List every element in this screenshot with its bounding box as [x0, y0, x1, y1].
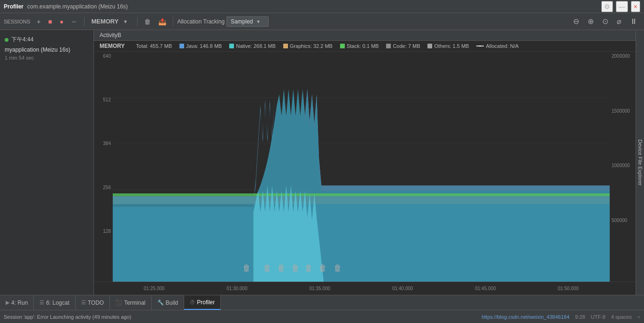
x-label-0: 01:25.000 [144, 286, 165, 291]
memory-dropdown[interactable]: ▾ [120, 17, 131, 26]
legend-code: Code: 7 MB [386, 43, 420, 49]
status-indent: 4 spaces [611, 314, 632, 320]
stop-button[interactable]: ■ [45, 17, 54, 26]
chart-container: 640 512 384 256 128 [94, 52, 636, 282]
y-label-256: 256 [96, 185, 111, 190]
tab-terminal[interactable]: ⬛ Terminal [110, 295, 151, 310]
java-color-dot [179, 44, 184, 48]
device-file-explorer-panel[interactable]: Device File Explorer [636, 30, 644, 295]
svg-text:🗑: 🗑 [305, 263, 312, 273]
separator [84, 17, 85, 26]
y-axis-left: 640 512 384 256 128 [94, 52, 113, 282]
legend-others: Others: 1.5 MB [427, 43, 469, 49]
profiler-title: Profiler [4, 3, 23, 10]
legend-allocated: Allocated: N/A [476, 43, 519, 49]
separator3 [173, 17, 173, 26]
toolbar-right-controls: ⊖ ⊕ ⊙ ⌀ ⏸ [570, 16, 640, 27]
status-bar: Session 'app': Error Launching activity … [0, 310, 644, 323]
chart-area: ActivityB MEMORY Total: 455.7 MB Java: 1… [94, 30, 636, 295]
y-right-label-1000000: 1000000 [612, 163, 634, 168]
tab-logcat-label: 6: Logcat [46, 300, 69, 306]
delete-button[interactable]: 🗑 [141, 17, 154, 26]
legend-total: Total: 455.7 MB [136, 43, 172, 49]
settings-button[interactable]: ⚙ [601, 1, 613, 12]
memory-label: MEMORY ▾ [88, 16, 133, 27]
y-right-label-2000000: 2000000 [612, 54, 634, 59]
todo-icon: ☰ [81, 300, 86, 306]
session-duration: 1 min 54 sec [0, 54, 93, 62]
x-label-3: 01:40.000 [392, 286, 413, 291]
allocated-dash [476, 46, 484, 46]
status-url: https://blog.csdn.net/weixin_43846184 [481, 314, 569, 320]
chart-title: MEMORY [100, 43, 125, 49]
tab-run-label: 4: Run [11, 300, 28, 306]
others-color-dot [427, 44, 432, 48]
y-label-512: 512 [96, 97, 111, 102]
chart-svg[interactable]: 🗑 🗑 🗑 🗑 🗑 🗑 🗑 [113, 52, 610, 282]
svg-text:🗑: 🗑 [278, 263, 285, 273]
allocation-tracking-label: Allocation Tracking [177, 18, 225, 25]
window-title: com.example.myapplication (Meizu 16s) [27, 3, 128, 10]
y-label-384: 384 [96, 141, 111, 146]
dropdown-arrow: ▾ [257, 18, 260, 25]
tab-profiler[interactable]: ⏱ Profiler [184, 295, 221, 310]
svg-rect-5 [113, 196, 610, 282]
activity-name: ActivityB [100, 32, 121, 38]
sidebar: 下午4:44 myapplication (Meizu 16s) 1 min 5… [0, 30, 94, 295]
record-button[interactable]: ● [57, 17, 66, 26]
zoom-fit-button[interactable]: ⊙ [599, 16, 611, 27]
zoom-in-button[interactable]: ⊕ [585, 16, 597, 27]
zoom-out-button[interactable]: ⊖ [570, 16, 582, 27]
stack-color-dot [340, 44, 345, 48]
x-label-1: 01:30.000 [226, 286, 248, 291]
title-bar-right: ⚙ — × [601, 1, 640, 12]
svg-text:🗑: 🗑 [319, 263, 326, 273]
status-separator: ÷ [637, 314, 640, 320]
minimize-button[interactable]: — [616, 1, 628, 12]
x-axis: 01:25.000 01:30.000 01:35.000 01:40.000 … [94, 282, 636, 295]
code-color-dot [386, 44, 391, 48]
status-bar-right: https://blog.csdn.net/weixin_43846184 9:… [481, 314, 640, 320]
svg-text:🗑: 🗑 [243, 263, 250, 273]
tab-build[interactable]: 🔧 Build [152, 295, 185, 310]
y-label-128: 128 [96, 229, 111, 234]
activity-bar: ActivityB [94, 30, 636, 41]
main-layout: 下午4:44 myapplication (Meizu 16s) 1 min 5… [0, 30, 644, 295]
svg-text:🗑: 🗑 [264, 263, 271, 273]
profiler-icon: ⏱ [190, 300, 195, 305]
legend-native: Native: 268.1 MB [229, 43, 275, 49]
y-label-640: 640 [96, 54, 111, 59]
y-right-label-1500000: 1500000 [612, 108, 634, 114]
tab-run[interactable]: ▶ 4: Run [0, 295, 34, 310]
reset-zoom-button[interactable]: ⌀ [614, 16, 624, 27]
tab-todo-label: TODO [88, 300, 104, 306]
session-name[interactable]: myapplication (Meizu 16s) [0, 46, 93, 54]
y-right-label-500000: 500000 [612, 218, 634, 223]
status-position: 9:28 [575, 314, 585, 320]
legend-stack: Stack: 0.1 MB [340, 43, 379, 49]
build-icon: 🔧 [157, 300, 164, 306]
graphics-color-dot [283, 44, 288, 48]
y-axis-right: 2000000 1500000 1000000 500000 [610, 52, 636, 282]
export-button[interactable]: 📤 [155, 17, 169, 26]
chart-header: MEMORY Total: 455.7 MB Java: 146.8 MB Na… [94, 41, 636, 52]
toolbar: SESSIONS + ■ ● ← MEMORY ▾ 🗑 📤 Allocation… [0, 13, 644, 30]
session-time: 下午4:44 [0, 34, 93, 46]
logcat-icon: ☰ [39, 300, 44, 306]
legend-graphics: Graphics: 32.2 MB [283, 43, 333, 49]
add-session-button[interactable]: + [34, 17, 43, 26]
title-bar-left: Profiler com.example.myapplication (Meiz… [4, 3, 128, 10]
tab-build-label: Build [166, 300, 178, 306]
native-color-dot [229, 44, 234, 48]
separator2 [137, 17, 138, 26]
tab-logcat[interactable]: ☰ 6: Logcat [34, 295, 75, 310]
back-button[interactable]: ← [68, 17, 80, 26]
status-encoding: UTF-8 [591, 314, 605, 320]
close-button[interactable]: × [631, 1, 640, 12]
tab-todo[interactable]: ☰ TODO [76, 295, 110, 310]
x-label-2: 01:35.000 [310, 286, 331, 291]
pause-button[interactable]: ⏸ [627, 16, 640, 27]
sessions-label: SESSIONS [4, 19, 30, 24]
x-label-5: 01:50.000 [558, 286, 579, 291]
sampled-dropdown[interactable]: Sampled ▾ [226, 16, 269, 27]
